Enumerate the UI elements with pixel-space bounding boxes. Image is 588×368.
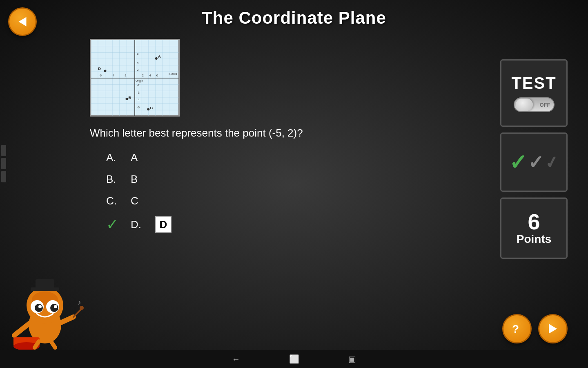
android-nav-bar: ← ⬜ ▣ [0, 350, 588, 368]
svg-text:-6: -6 [99, 74, 102, 77]
svg-text:4: 4 [137, 61, 139, 65]
svg-line-62 [14, 323, 30, 335]
bottom-right-buttons: ? [502, 314, 568, 343]
svg-rect-55 [36, 279, 54, 288]
svg-point-59 [50, 304, 58, 312]
svg-text:-3: -3 [137, 91, 140, 94]
answer-choices: A. A B. B C. C ✓ D. D [106, 151, 172, 233]
checkmarks-display: ✓ ✓ ✓ [509, 152, 559, 173]
checkmark-1-icon: ✓ [509, 152, 527, 173]
choice-b-text: B [131, 173, 138, 186]
toggle-knob [516, 99, 533, 111]
toggle-state-label: OFF [540, 102, 550, 108]
svg-text:?: ? [512, 323, 519, 335]
svg-text:-4: -4 [111, 74, 115, 77]
test-label: TEST [511, 74, 556, 92]
page-title: The Coordinate Plane [202, 8, 386, 28]
test-toggle-switch[interactable]: OFF [514, 97, 555, 112]
svg-marker-0 [19, 17, 27, 27]
svg-point-41 [155, 57, 158, 60]
choice-a-label: A. [106, 151, 118, 164]
checkmark-2-icon: ✓ [528, 153, 544, 172]
svg-text:4: 4 [149, 74, 151, 77]
svg-point-58 [35, 304, 43, 312]
svg-text:A: A [158, 54, 161, 58]
svg-line-63 [60, 317, 74, 323]
choice-c-row[interactable]: C. C [106, 195, 172, 207]
choice-a-text: A [131, 151, 138, 164]
svg-point-61 [54, 305, 57, 308]
svg-text:-4: -4 [137, 98, 140, 101]
svg-marker-50 [549, 324, 557, 334]
svg-point-43 [125, 98, 128, 100]
test-toggle-box[interactable]: TEST OFF [500, 59, 568, 127]
svg-text:6: 6 [156, 74, 158, 77]
svg-point-47 [104, 70, 107, 72]
svg-point-60 [38, 305, 42, 308]
svg-point-45 [147, 108, 149, 110]
choice-a-row[interactable]: A. A [106, 151, 172, 164]
svg-text:2: 2 [142, 74, 144, 77]
selected-answer-box: D [155, 216, 172, 233]
correct-checkmark-icon: ✓ [106, 217, 118, 232]
nav-back-icon[interactable]: ← [232, 355, 240, 364]
svg-text:x-axis: x-axis [169, 72, 177, 76]
points-number: 6 [528, 211, 540, 233]
nav-home-icon[interactable]: ⬜ [289, 354, 299, 364]
coordinate-plane-image: x-axis Origin 6 4 2 -2 -3 -4 -6 -6 -4 -2… [90, 39, 180, 117]
mascot-character: ♪ ♫ [6, 276, 84, 350]
svg-line-64 [74, 309, 82, 317]
choice-c-text: C [131, 195, 138, 207]
svg-text:C: C [150, 105, 153, 110]
svg-text:-2: -2 [137, 83, 140, 87]
next-button[interactable] [538, 314, 568, 343]
svg-text:2: 2 [137, 68, 138, 72]
svg-text:-6: -6 [137, 105, 140, 109]
points-box: 6 Points [500, 197, 568, 259]
checkmark-3-icon: ✓ [543, 153, 560, 171]
back-button[interactable] [8, 7, 37, 36]
svg-text:-2: -2 [124, 74, 127, 77]
choice-d-label: D. [131, 218, 143, 231]
checkmarks-box: ✓ ✓ ✓ [500, 132, 568, 192]
right-panel: TEST OFF ✓ ✓ ✓ 6 Points [500, 59, 568, 259]
svg-point-65 [80, 306, 84, 310]
svg-text:B: B [128, 95, 131, 100]
svg-text:♪: ♪ [78, 299, 81, 306]
help-button[interactable]: ? [502, 314, 532, 343]
svg-text:6: 6 [137, 52, 139, 56]
points-label: Points [517, 233, 552, 246]
choice-c-label: C. [106, 195, 118, 207]
svg-text:D: D [98, 66, 101, 71]
choice-b-row[interactable]: B. B [106, 173, 172, 186]
svg-line-72 [51, 341, 55, 348]
left-edge-decoration [0, 143, 7, 184]
svg-text:Origin: Origin [136, 79, 143, 83]
choice-b-label: B. [106, 173, 118, 186]
question-text: Which letter best represents the point (… [90, 127, 303, 139]
choice-d-row[interactable]: ✓ D. D [106, 216, 172, 233]
nav-recent-icon[interactable]: ▣ [348, 354, 356, 364]
